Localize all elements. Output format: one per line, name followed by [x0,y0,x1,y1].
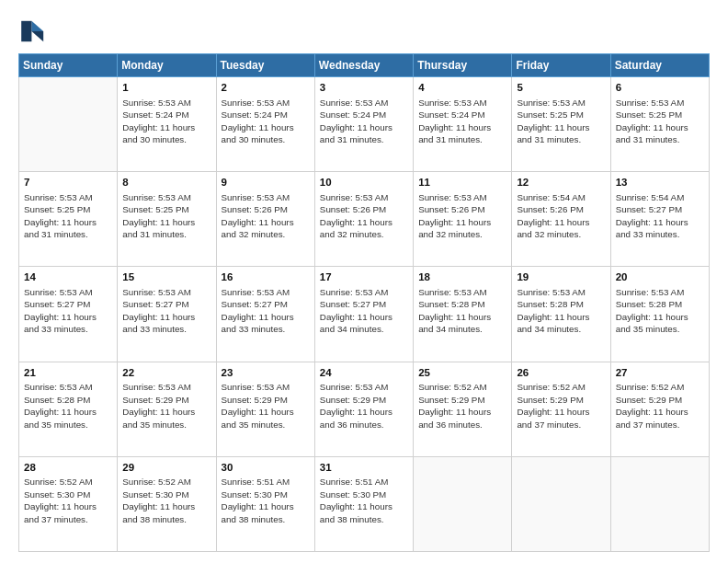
day-info: Sunrise: 5:52 AM Sunset: 5:30 PM Dayligh… [24,476,112,525]
day-number: 29 [122,461,210,476]
weekday-header-row: SundayMondayTuesdayWednesdayThursdayFrid… [19,54,710,77]
day-number: 28 [24,461,112,476]
day-cell: 31Sunrise: 5:51 AM Sunset: 5:30 PM Dayli… [314,456,413,551]
day-info: Sunrise: 5:53 AM Sunset: 5:29 PM Dayligh… [122,381,210,431]
day-number: 3 [320,81,408,96]
weekday-header-friday: Friday [512,54,610,77]
calendar-body: 1Sunrise: 5:53 AM Sunset: 5:24 PM Daylig… [19,77,710,552]
week-row-2: 14Sunrise: 5:53 AM Sunset: 5:27 PM Dayli… [19,267,710,362]
day-info: Sunrise: 5:54 AM Sunset: 5:27 PM Dayligh… [616,191,704,241]
logo-icon [18,17,48,46]
day-info: Sunrise: 5:53 AM Sunset: 5:28 PM Dayligh… [418,286,506,336]
calendar-header: SundayMondayTuesdayWednesdayThursdayFrid… [19,54,710,77]
day-cell: 2Sunrise: 5:53 AM Sunset: 5:24 PM Daylig… [216,77,314,172]
day-cell [414,456,512,551]
day-info: Sunrise: 5:51 AM Sunset: 5:30 PM Dayligh… [222,476,310,525]
day-number: 18 [418,270,506,285]
day-info: Sunrise: 5:53 AM Sunset: 5:26 PM Dayligh… [320,191,408,241]
day-cell: 21Sunrise: 5:53 AM Sunset: 5:28 PM Dayli… [19,362,118,456]
day-number: 26 [517,366,605,381]
day-cell: 20Sunrise: 5:53 AM Sunset: 5:28 PM Dayli… [610,267,709,362]
day-number: 5 [517,81,605,96]
day-number: 21 [24,366,112,381]
day-number: 25 [418,366,506,381]
day-info: Sunrise: 5:53 AM Sunset: 5:24 PM Dayligh… [122,97,210,146]
day-cell: 5Sunrise: 5:53 AM Sunset: 5:25 PM Daylig… [512,77,610,172]
day-cell: 24Sunrise: 5:53 AM Sunset: 5:29 PM Dayli… [314,362,413,456]
weekday-header-thursday: Thursday [414,54,512,77]
day-cell [610,456,709,551]
day-cell: 22Sunrise: 5:53 AM Sunset: 5:29 PM Dayli… [118,362,216,456]
day-cell: 10Sunrise: 5:53 AM Sunset: 5:26 PM Dayli… [314,172,413,267]
day-cell: 13Sunrise: 5:54 AM Sunset: 5:27 PM Dayli… [610,172,709,267]
logo [18,17,51,46]
day-cell: 25Sunrise: 5:52 AM Sunset: 5:29 PM Dayli… [414,362,512,456]
week-row-4: 28Sunrise: 5:52 AM Sunset: 5:30 PM Dayli… [19,456,710,551]
day-number: 2 [222,81,310,96]
weekday-header-saturday: Saturday [610,54,709,77]
day-info: Sunrise: 5:54 AM Sunset: 5:26 PM Dayligh… [517,191,605,241]
weekday-header-wednesday: Wednesday [314,54,413,77]
day-number: 17 [320,270,408,285]
day-cell: 28Sunrise: 5:52 AM Sunset: 5:30 PM Dayli… [19,456,118,551]
day-info: Sunrise: 5:51 AM Sunset: 5:30 PM Dayligh… [320,476,408,525]
day-cell: 7Sunrise: 5:53 AM Sunset: 5:25 PM Daylig… [19,172,118,267]
day-cell: 30Sunrise: 5:51 AM Sunset: 5:30 PM Dayli… [216,456,314,551]
day-cell: 6Sunrise: 5:53 AM Sunset: 5:25 PM Daylig… [610,77,709,172]
day-number: 20 [616,270,704,285]
day-cell: 9Sunrise: 5:53 AM Sunset: 5:26 PM Daylig… [216,172,314,267]
day-number: 10 [320,176,408,190]
day-info: Sunrise: 5:53 AM Sunset: 5:24 PM Dayligh… [320,97,408,146]
day-cell: 29Sunrise: 5:52 AM Sunset: 5:30 PM Dayli… [118,456,216,551]
day-info: Sunrise: 5:53 AM Sunset: 5:28 PM Dayligh… [616,286,704,336]
day-number: 14 [24,270,112,285]
day-cell: 15Sunrise: 5:53 AM Sunset: 5:27 PM Dayli… [118,267,216,362]
day-cell: 27Sunrise: 5:52 AM Sunset: 5:29 PM Dayli… [610,362,709,456]
day-info: Sunrise: 5:53 AM Sunset: 5:27 PM Dayligh… [320,286,408,336]
day-cell: 17Sunrise: 5:53 AM Sunset: 5:27 PM Dayli… [314,267,413,362]
day-info: Sunrise: 5:53 AM Sunset: 5:25 PM Dayligh… [517,97,605,146]
day-cell: 4Sunrise: 5:53 AM Sunset: 5:24 PM Daylig… [414,77,512,172]
day-number: 7 [24,176,112,190]
day-info: Sunrise: 5:53 AM Sunset: 5:29 PM Dayligh… [222,381,310,431]
day-info: Sunrise: 5:53 AM Sunset: 5:28 PM Dayligh… [24,381,112,431]
day-info: Sunrise: 5:53 AM Sunset: 5:29 PM Dayligh… [320,381,408,431]
day-number: 31 [320,461,408,476]
day-cell [512,456,610,551]
day-info: Sunrise: 5:53 AM Sunset: 5:27 PM Dayligh… [24,286,112,336]
day-cell: 26Sunrise: 5:52 AM Sunset: 5:29 PM Dayli… [512,362,610,456]
day-number: 27 [616,366,704,381]
svg-marker-0 [31,21,43,31]
day-number: 23 [222,366,310,381]
day-number: 16 [222,270,310,285]
day-number: 12 [517,176,605,190]
day-info: Sunrise: 5:53 AM Sunset: 5:27 PM Dayligh… [122,286,210,336]
day-cell: 19Sunrise: 5:53 AM Sunset: 5:28 PM Dayli… [512,267,610,362]
day-number: 9 [222,176,310,190]
day-info: Sunrise: 5:52 AM Sunset: 5:29 PM Dayligh… [418,381,506,431]
day-cell: 12Sunrise: 5:54 AM Sunset: 5:26 PM Dayli… [512,172,610,267]
day-info: Sunrise: 5:53 AM Sunset: 5:25 PM Dayligh… [616,97,704,146]
day-number: 8 [122,176,210,190]
day-info: Sunrise: 5:53 AM Sunset: 5:28 PM Dayligh… [517,286,605,336]
day-cell: 23Sunrise: 5:53 AM Sunset: 5:29 PM Dayli… [216,362,314,456]
day-number: 24 [320,366,408,381]
day-info: Sunrise: 5:53 AM Sunset: 5:25 PM Dayligh… [24,191,112,241]
day-cell: 16Sunrise: 5:53 AM Sunset: 5:27 PM Dayli… [216,267,314,362]
day-number: 30 [222,461,310,476]
day-info: Sunrise: 5:52 AM Sunset: 5:29 PM Dayligh… [616,381,704,431]
day-number: 19 [517,270,605,285]
day-number: 13 [616,176,704,190]
day-cell: 18Sunrise: 5:53 AM Sunset: 5:28 PM Dayli… [414,267,512,362]
day-info: Sunrise: 5:53 AM Sunset: 5:26 PM Dayligh… [222,191,310,241]
day-info: Sunrise: 5:53 AM Sunset: 5:24 PM Dayligh… [222,97,310,146]
day-number: 22 [122,366,210,381]
day-cell [19,77,118,172]
day-info: Sunrise: 5:53 AM Sunset: 5:27 PM Dayligh… [222,286,310,336]
day-info: Sunrise: 5:53 AM Sunset: 5:24 PM Dayligh… [418,97,506,146]
day-number: 6 [616,81,704,96]
day-cell: 1Sunrise: 5:53 AM Sunset: 5:24 PM Daylig… [118,77,216,172]
day-info: Sunrise: 5:53 AM Sunset: 5:25 PM Dayligh… [122,191,210,241]
day-cell: 8Sunrise: 5:53 AM Sunset: 5:25 PM Daylig… [118,172,216,267]
weekday-header-monday: Monday [118,54,216,77]
